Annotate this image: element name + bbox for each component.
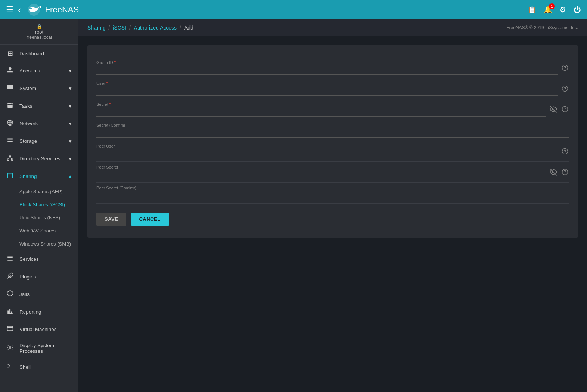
peer-secret-confirm-field-row: Peer Secret (Confirm) <box>96 183 569 204</box>
group-id-icons <box>561 64 569 75</box>
group-id-help-button[interactable] <box>561 64 569 73</box>
user-field-inner: User * <box>96 81 558 96</box>
sidebar-sub-item-afp[interactable]: Apple Shares (AFP) <box>0 185 78 198</box>
alert-icon-button[interactable]: 🔔 1 <box>544 6 552 14</box>
svg-point-5 <box>12 139 13 139</box>
svg-point-1 <box>30 8 32 9</box>
peer-secret-toggle-visibility-button[interactable] <box>549 167 558 178</box>
sidebar-item-dashboard[interactable]: ⊞ Dashboard <box>0 45 78 62</box>
sidebar-item-label: Plugins <box>19 274 72 280</box>
arrow-icon: ▼ <box>68 68 72 74</box>
peer-user-input[interactable] <box>96 144 558 158</box>
sidebar-item-label: Shell <box>19 364 72 370</box>
sidebar-username: root <box>3 29 75 35</box>
back-button[interactable]: ‹ <box>18 4 21 16</box>
sidebar-item-shell[interactable]: Shell <box>0 358 78 376</box>
topbar: ☰ ‹ FreeNAS 📋 🔔 1 ⚙ ⏻ <box>0 0 587 19</box>
sidebar-item-directory-services[interactable]: Directory Services ▼ <box>0 150 78 167</box>
peer-user-help-button[interactable] <box>561 147 569 157</box>
breadcrumb: Sharing / iSCSI / Authorized Access / Ad… <box>87 25 194 31</box>
sidebar-item-storage[interactable]: Storage ▼ <box>0 132 78 150</box>
breadcrumb-sep-1: / <box>108 25 110 31</box>
settings-icon-button[interactable]: ⚙ <box>559 5 566 14</box>
group-id-field-row: Group ID * <box>96 57 569 78</box>
breadcrumb-sep-2: / <box>129 25 131 31</box>
notes-icon-button[interactable]: 📋 <box>528 6 536 14</box>
system-icon <box>6 84 14 93</box>
group-id-input[interactable] <box>96 60 558 75</box>
sidebar-item-reporting[interactable]: Reporting <box>0 303 78 321</box>
breadcrumb-sharing[interactable]: Sharing <box>87 25 105 31</box>
sidebar-item-network[interactable]: Network ▼ <box>0 115 78 132</box>
peer-secret-confirm-input[interactable] <box>96 186 569 200</box>
svg-rect-13 <box>7 326 13 331</box>
lock-icon: 🔒 <box>3 24 75 29</box>
secret-confirm-field-inner: Secret (Confirm) <box>96 123 569 138</box>
vm-icon <box>6 325 14 334</box>
sidebar-sub-item-webdav[interactable]: WebDAV Shares <box>0 224 78 237</box>
menu-toggle-button[interactable]: ☰ <box>6 5 13 15</box>
sidebar-item-services[interactable]: Services <box>0 250 78 268</box>
svg-marker-12 <box>7 291 13 296</box>
sidebar-hostname: freenas.local <box>3 35 75 40</box>
peer-secret-field-inner: Peer Secret <box>96 165 546 179</box>
breadcrumb-authorized-access[interactable]: Authorized Access <box>134 25 177 31</box>
sidebar-item-accounts[interactable]: Accounts ▼ <box>0 62 78 80</box>
peer-user-icons <box>561 147 569 158</box>
sidebar-item-label: Storage <box>19 138 63 144</box>
logo: FreeNAS <box>26 3 79 16</box>
sidebar-item-plugins[interactable]: Plugins <box>0 268 78 285</box>
sidebar: 🔒 root freenas.local ⊞ Dashboard Account… <box>0 19 78 392</box>
alert-badge: 1 <box>549 3 555 9</box>
user-field-row: User * <box>96 78 569 99</box>
secret-input[interactable] <box>96 102 546 117</box>
sidebar-item-label: Dashboard <box>19 51 72 56</box>
iscsi-label: Block Shares (iSCSI) <box>19 202 65 207</box>
breadcrumb-iscsi[interactable]: iSCSI <box>113 25 126 31</box>
sidebar-item-label: Services <box>19 256 72 262</box>
peer-secret-input[interactable] <box>96 165 546 179</box>
topbar-icons: 📋 🔔 1 ⚙ ⏻ <box>528 5 581 14</box>
sidebar-sub-item-iscsi[interactable]: Block Shares (iSCSI) <box>0 198 78 211</box>
logo-text: FreeNAS <box>45 5 79 15</box>
secret-toggle-visibility-button[interactable] <box>549 105 558 115</box>
peer-secret-help-button[interactable] <box>561 168 569 178</box>
sidebar-item-label: Display System Processes <box>19 343 72 354</box>
reporting-icon <box>6 308 14 316</box>
secret-confirm-input[interactable] <box>96 123 569 138</box>
system-processes-icon <box>6 344 14 353</box>
sidebar-item-jails[interactable]: Jails <box>0 285 78 303</box>
form-actions: SAVE CANCEL <box>96 213 569 226</box>
breadcrumb-bar: Sharing / iSCSI / Authorized Access / Ad… <box>78 19 587 36</box>
logo-icon <box>26 3 42 16</box>
user-help-button[interactable] <box>561 84 569 94</box>
sidebar-sub-item-smb[interactable]: Windows Shares (SMB) <box>0 237 78 250</box>
peer-secret-icons <box>549 167 569 179</box>
secret-field-inner: Secret * <box>96 102 546 117</box>
sidebar-item-label: Virtual Machines <box>19 327 72 332</box>
secret-confirm-field-row: Secret (Confirm) <box>96 120 569 141</box>
sidebar-item-tasks[interactable]: Tasks ▼ <box>0 97 78 115</box>
power-icon-button[interactable]: ⏻ <box>574 6 581 14</box>
plugins-icon <box>6 272 14 281</box>
peer-user-field-inner: Peer User <box>96 144 558 158</box>
sidebar-item-system[interactable]: System ▼ <box>0 80 78 97</box>
jails-icon <box>6 290 14 299</box>
cancel-button[interactable]: CANCEL <box>131 213 169 226</box>
sidebar-item-sharing[interactable]: Sharing ▲ <box>0 167 78 185</box>
sidebar-sub-item-nfs[interactable]: Unix Shares (NFS) <box>0 211 78 224</box>
sidebar-item-label: Tasks <box>19 103 63 109</box>
sidebar-item-display-system-processes[interactable]: Display System Processes <box>0 338 78 358</box>
save-button[interactable]: SAVE <box>96 213 126 226</box>
user-input[interactable] <box>96 81 558 96</box>
breadcrumb-add: Add <box>184 25 194 31</box>
directory-services-icon <box>6 154 14 163</box>
breadcrumb-sep-3: / <box>180 25 181 31</box>
svg-rect-3 <box>7 103 13 108</box>
nfs-label: Unix Shares (NFS) <box>19 215 60 220</box>
secret-help-button[interactable] <box>561 105 569 115</box>
accounts-icon <box>6 67 14 75</box>
arrow-icon: ▼ <box>68 121 72 126</box>
sidebar-item-virtual-machines[interactable]: Virtual Machines <box>0 321 78 338</box>
sidebar-item-label: Reporting <box>19 309 72 315</box>
